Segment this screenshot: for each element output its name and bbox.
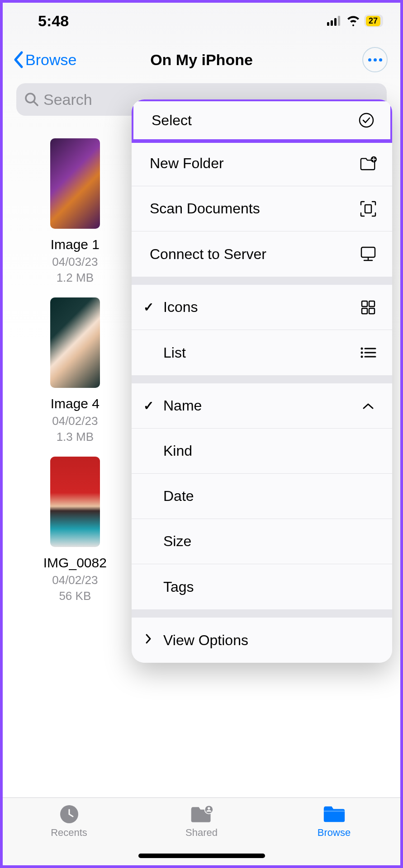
folder-plus-icon — [360, 155, 377, 172]
svg-rect-15 — [369, 308, 375, 314]
battery-indicator: 27 — [364, 14, 383, 27]
file-thumbnail — [50, 138, 100, 229]
battery-level: 27 — [366, 16, 380, 26]
menu-label: Tags — [163, 579, 194, 595]
ellipsis-icon — [368, 58, 382, 61]
menu-sort-kind[interactable]: Kind — [132, 429, 392, 474]
file-name: Image 1 — [51, 237, 100, 252]
search-icon — [24, 92, 39, 107]
menu-scan-documents[interactable]: Scan Documents — [132, 186, 392, 231]
menu-label: Select — [152, 112, 192, 129]
wifi-icon — [346, 15, 360, 26]
search-placeholder: Search — [43, 91, 92, 108]
svg-point-18 — [361, 352, 363, 354]
svg-rect-8 — [365, 205, 371, 213]
menu-label: Icons — [163, 299, 198, 316]
menu-sort-date[interactable]: Date — [132, 474, 392, 519]
list-icon — [360, 344, 377, 361]
more-options-button[interactable] — [362, 47, 388, 72]
svg-rect-0 — [327, 22, 329, 26]
svg-line-5 — [34, 102, 38, 105]
menu-label: Size — [163, 533, 191, 550]
shared-folder-icon — [190, 804, 214, 824]
menu-view-icons[interactable]: ✓ Icons — [132, 285, 392, 330]
file-item[interactable]: IMG_0082 04/02/23 56 KB — [16, 457, 134, 603]
status-time: 5:48 — [38, 12, 69, 30]
menu-label: Name — [163, 397, 202, 414]
file-date: 04/02/23 — [52, 573, 98, 587]
svg-point-16 — [361, 348, 363, 350]
file-size: 1.3 MB — [57, 430, 94, 444]
tab-recents[interactable]: Recents — [28, 804, 110, 865]
cellular-signal-icon — [327, 16, 342, 26]
chevron-right-icon — [145, 633, 152, 647]
context-menu: Select New Folder Scan Documents Connect… — [132, 99, 392, 663]
page-title: On My iPhone — [150, 51, 253, 69]
menu-connect-to-server[interactable]: Connect to Server — [132, 231, 392, 277]
file-thumbnail — [50, 457, 100, 547]
menu-view-options[interactable]: View Options — [132, 618, 392, 663]
svg-rect-25 — [323, 811, 344, 811]
tab-browse[interactable]: Browse — [294, 804, 375, 865]
file-name: Image 4 — [51, 396, 100, 411]
file-name: IMG_0082 — [43, 555, 107, 571]
menu-select[interactable]: Select — [132, 99, 392, 143]
svg-rect-3 — [338, 16, 340, 26]
checkmark-circle-icon — [358, 112, 375, 129]
tab-label: Shared — [185, 827, 218, 839]
tab-label: Browse — [318, 827, 351, 839]
tab-label: Recents — [51, 827, 87, 839]
menu-label: Kind — [163, 443, 192, 459]
folder-icon — [322, 804, 346, 824]
back-label: Browse — [25, 51, 76, 69]
menu-label: View Options — [163, 632, 248, 649]
menu-label: Date — [163, 488, 194, 505]
clock-icon — [57, 804, 81, 824]
svg-point-6 — [360, 113, 373, 127]
file-size: 56 KB — [59, 589, 91, 603]
chevron-left-icon — [13, 51, 24, 69]
file-size: 1.2 MB — [57, 271, 94, 285]
menu-new-folder[interactable]: New Folder — [132, 141, 392, 186]
menu-label: New Folder — [150, 155, 224, 172]
document-scan-icon — [360, 200, 377, 217]
svg-rect-1 — [331, 20, 333, 26]
svg-rect-12 — [362, 301, 367, 307]
svg-point-20 — [361, 356, 363, 358]
menu-view-list[interactable]: List — [132, 330, 392, 375]
menu-sort-tags[interactable]: Tags — [132, 564, 392, 609]
menu-label: List — [163, 344, 186, 361]
svg-rect-13 — [369, 301, 375, 307]
file-item[interactable]: Image 1 04/03/23 1.2 MB — [16, 138, 134, 285]
navigation-bar: Browse On My iPhone — [3, 34, 400, 80]
svg-rect-9 — [361, 247, 375, 257]
file-date: 04/02/23 — [52, 414, 98, 428]
menu-sort-name[interactable]: ✓ Name — [132, 383, 392, 429]
svg-point-24 — [208, 807, 210, 810]
menu-label: Scan Documents — [150, 200, 260, 217]
file-item[interactable]: Image 4 04/02/23 1.3 MB — [16, 297, 134, 444]
file-thumbnail — [50, 297, 100, 388]
grid-icon — [360, 299, 377, 316]
home-indicator[interactable] — [138, 854, 265, 858]
file-date: 04/03/23 — [52, 255, 98, 269]
svg-rect-14 — [362, 308, 367, 314]
chevron-up-icon — [360, 397, 377, 415]
checkmark-icon: ✓ — [143, 398, 154, 413]
checkmark-icon: ✓ — [143, 300, 154, 315]
server-icon — [360, 245, 377, 263]
status-indicators: 27 — [327, 14, 383, 27]
status-bar: 5:48 27 — [3, 3, 400, 34]
menu-sort-size[interactable]: Size — [132, 519, 392, 564]
menu-label: Connect to Server — [150, 246, 266, 263]
back-button[interactable]: Browse — [13, 51, 76, 69]
svg-rect-2 — [334, 18, 337, 26]
